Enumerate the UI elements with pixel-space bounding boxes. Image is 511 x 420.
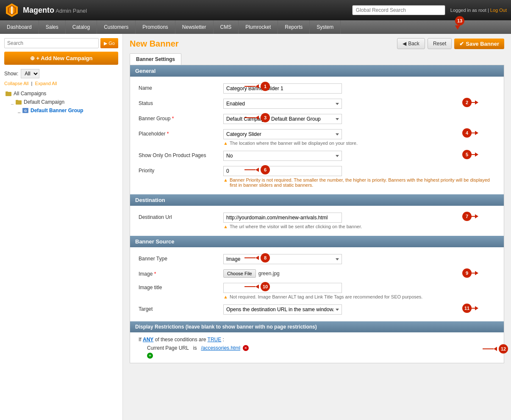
nav-promotions[interactable]: Promotions bbox=[136, 20, 175, 34]
expand-all-link[interactable]: Expand All bbox=[35, 81, 57, 86]
back-icon: ◀ bbox=[403, 41, 406, 47]
annotation-8-group: 8 bbox=[244, 253, 270, 262]
back-button[interactable]: ◀ Back bbox=[397, 38, 425, 49]
svg-rect-5 bbox=[6, 91, 8, 93]
image-title-hint-text: Not required. Image Banner ALT tag and L… bbox=[230, 294, 423, 299]
true-link[interactable]: TRUE bbox=[208, 337, 222, 343]
tree-label-default-campaign: Default Campaign bbox=[24, 99, 64, 105]
top-bar: Magento Admin Panel Logged in as root | … bbox=[0, 0, 511, 20]
logo-area: Magento Admin Panel bbox=[4, 3, 87, 18]
placeholder-select[interactable]: Category Slider bbox=[223, 129, 342, 139]
choose-file-button[interactable]: Choose File bbox=[223, 269, 256, 278]
banner-group-select[interactable]: Default Campaign / Default Banner Group bbox=[223, 114, 342, 124]
main-content: New Banner ◀ Back Reset ✔ Save Banner Ba… bbox=[123, 34, 511, 420]
banner-group-label: Banner Group * bbox=[139, 114, 223, 122]
target-select[interactable]: Opens the destination URL in the same wi… bbox=[223, 304, 342, 315]
priority-hint: ▲ Banner Priority is not required. The s… bbox=[223, 177, 495, 188]
destination-url-input[interactable] bbox=[223, 213, 342, 223]
show-select[interactable]: All bbox=[21, 69, 39, 78]
destination-url-field-container: ▲ The url where the visitor will be sent… bbox=[223, 213, 495, 229]
annotation-6-group: 6 bbox=[244, 165, 270, 174]
arrowhead-3 bbox=[256, 116, 259, 120]
tab-banner-settings[interactable]: Banner Settings bbox=[130, 53, 181, 65]
badge-12: 12 bbox=[499, 344, 508, 354]
page-header: New Banner ◀ Back Reset ✔ Save Banner bbox=[130, 38, 504, 49]
condition-operator: is bbox=[193, 345, 197, 351]
nav-newsletter[interactable]: Newsletter bbox=[175, 20, 214, 34]
main-nav: Dashboard Sales Catalog Customers Promot… bbox=[0, 20, 511, 34]
logout-link[interactable]: Log Out bbox=[490, 8, 507, 13]
annotation-1-group: 1 bbox=[244, 82, 270, 91]
nav-catalog[interactable]: Catalog bbox=[66, 20, 97, 34]
banner-source-section-header: Banner Source bbox=[130, 236, 504, 247]
collapse-all-link[interactable]: Collapse All bbox=[4, 81, 28, 86]
status-select[interactable]: Enabled bbox=[223, 99, 342, 109]
image-field-container: Choose File green.jpg bbox=[223, 269, 495, 278]
priority-input[interactable] bbox=[223, 166, 342, 176]
badge-2: 2 bbox=[462, 98, 472, 107]
show-product-select[interactable]: No bbox=[223, 151, 342, 161]
save-label: Save Banner bbox=[466, 41, 499, 47]
go-button[interactable]: ▶ Go bbox=[100, 38, 118, 48]
folder-icon bbox=[5, 90, 12, 97]
folder-icon-2 bbox=[15, 99, 22, 105]
remove-condition-icon[interactable]: ✕ bbox=[243, 345, 249, 351]
save-banner-button[interactable]: ✔ Save Banner bbox=[454, 39, 504, 49]
banner-type-select[interactable]: Image bbox=[223, 254, 342, 264]
banner-type-label: Banner Type bbox=[139, 254, 223, 262]
add-condition-icon[interactable]: + bbox=[147, 353, 153, 359]
condition-suffix: : bbox=[223, 337, 224, 343]
image-title-input[interactable] bbox=[223, 283, 342, 293]
tree-dots: ⎯ bbox=[11, 100, 14, 105]
placeholder-hint: ▲ The location where the banner will be … bbox=[223, 141, 495, 146]
tree-item-all-campaigns[interactable]: All Campaigns bbox=[4, 89, 118, 98]
nav-customers[interactable]: Customers bbox=[97, 20, 136, 34]
general-section-header: General bbox=[130, 65, 504, 77]
annotation-9-group: 9 bbox=[462, 268, 478, 278]
placeholder-required: * bbox=[167, 131, 169, 137]
banner-source-form-body: Banner Type Image 8 bbox=[130, 247, 504, 321]
reset-button[interactable]: Reset bbox=[428, 38, 452, 49]
image-title-row: Image title ▲ Not required. Image Banner… bbox=[130, 280, 504, 302]
nav-reports[interactable]: Reports bbox=[278, 20, 310, 34]
name-row: Name 1 bbox=[130, 81, 504, 96]
global-search-input[interactable] bbox=[352, 5, 445, 15]
priority-label: Priority bbox=[139, 166, 223, 174]
any-link[interactable]: ANY bbox=[143, 337, 153, 343]
image-row: Image * Choose File green.jpg 9 bbox=[130, 267, 504, 280]
header-buttons: ◀ Back Reset ✔ Save Banner bbox=[397, 38, 504, 49]
search-input[interactable] bbox=[4, 38, 99, 48]
layout: ▶ Go ⊕ + Add New Campaign Show: All Coll… bbox=[0, 34, 511, 420]
placeholder-row: Placeholder * Category Slider ▲ The loca… bbox=[130, 127, 504, 148]
nav-system[interactable]: System bbox=[310, 20, 341, 34]
arrowhead-1 bbox=[256, 84, 259, 88]
name-input[interactable] bbox=[223, 83, 342, 94]
login-info: Logged in as root | Log Out bbox=[450, 8, 507, 13]
destination-section-header: Destination bbox=[130, 194, 504, 206]
badge-1: 1 bbox=[261, 82, 270, 91]
annotation-4-group: 4 bbox=[462, 128, 478, 138]
condition-prefix: If bbox=[139, 337, 142, 343]
tree-item-default-banner-group[interactable]: ⎯ G Default Banner Group bbox=[4, 106, 118, 115]
condition-value[interactable]: /accessories.html bbox=[201, 345, 240, 351]
nav-sales[interactable]: Sales bbox=[39, 20, 66, 34]
form-container: General Name 1 Statu bbox=[130, 65, 504, 363]
status-row: Status Enabled 2 bbox=[130, 96, 504, 111]
sidebar: ▶ Go ⊕ + Add New Campaign Show: All Coll… bbox=[0, 34, 123, 420]
annotation-11-group: 11 bbox=[462, 304, 478, 313]
arrowhead-2 bbox=[475, 100, 478, 105]
target-field-container: Opens the destination URL in the same wi… bbox=[223, 304, 495, 315]
show-label: Show: bbox=[4, 71, 18, 77]
condition-field: Current Page URL bbox=[147, 345, 189, 351]
tree-item-default-campaign[interactable]: ⎯ Default Campaign bbox=[4, 98, 118, 106]
nav-plumrocket[interactable]: Plumrocket bbox=[239, 20, 278, 34]
svg-text:G: G bbox=[24, 109, 27, 113]
badge-9: 9 bbox=[462, 268, 472, 278]
badge-8: 8 bbox=[261, 253, 270, 262]
image-label: Image * bbox=[139, 269, 223, 277]
add-campaign-button[interactable]: ⊕ + Add New Campaign bbox=[4, 52, 118, 65]
status-field-container: Enabled bbox=[223, 99, 495, 109]
nav-cms[interactable]: CMS bbox=[214, 20, 239, 34]
nav-dashboard[interactable]: Dashboard bbox=[0, 20, 39, 34]
go-label: Go bbox=[108, 41, 115, 46]
